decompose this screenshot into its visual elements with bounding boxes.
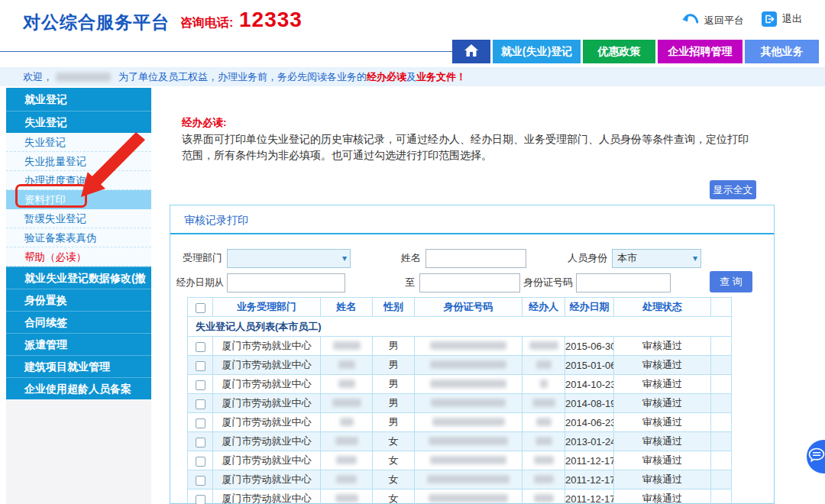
gender-cell: 女: [373, 470, 415, 489]
unemployment-register-table: 失业登记人员列表(本市员工) 业务受理部门姓名性别身份证号码经办人经办日期处理状…: [187, 297, 732, 504]
query-button[interactable]: 查 询: [710, 271, 752, 292]
masked-value: [529, 341, 558, 350]
dept-cell: 厦门市劳动就业中心: [213, 470, 321, 489]
sidebar-item-10[interactable]: 身份置换: [6, 289, 151, 311]
column-header-5: 经办日期: [565, 298, 614, 317]
show-full-text-button[interactable]: 显示全文: [710, 180, 756, 199]
name-label: 姓名: [393, 251, 421, 265]
dept-cell: 厦门市劳动就业中心: [213, 356, 321, 375]
date-cell: 2013-01-24: [565, 432, 614, 451]
id-cell: [415, 470, 522, 489]
back-to-platform-button[interactable]: 返回平台: [682, 13, 744, 27]
masked-value: [429, 494, 508, 502]
spacer-cell: [711, 356, 732, 375]
sidebar-item-11[interactable]: 合同续签: [6, 311, 151, 333]
row-checkbox[interactable]: [196, 495, 205, 504]
sidebar-item-0[interactable]: 就业登记: [6, 88, 151, 111]
nav-tab-0[interactable]: 就业(失业)登记: [493, 40, 581, 63]
sidebar-item-13[interactable]: 建筑项目就业管理: [6, 355, 151, 377]
welcome-em2: 业务文件: [416, 70, 456, 84]
masked-value: [432, 418, 505, 426]
row-checkbox[interactable]: [196, 418, 205, 428]
masked-value: [338, 380, 355, 388]
table-row: 厦门市劳动就业中心男2014-06-23审核通过: [188, 413, 732, 432]
row-checkbox[interactable]: [196, 361, 205, 371]
welcome-prefix: 欢迎，: [23, 70, 53, 84]
masked-value: [340, 418, 354, 426]
row-checkbox[interactable]: [196, 476, 205, 486]
spacer-cell: [711, 337, 732, 356]
name-cell: [321, 451, 373, 470]
row-checkbox[interactable]: [196, 342, 205, 352]
name-cell: [321, 337, 373, 356]
date-cell: 2011-12-17: [565, 489, 614, 504]
operator-cell: [522, 489, 565, 504]
table-title: 失业登记人员列表(本市员工): [188, 317, 732, 337]
nav-tab-3[interactable]: 其他业务: [745, 40, 819, 63]
column-header-0: 业务受理部门: [213, 298, 321, 317]
dept-cell: 厦门市劳动就业中心: [213, 489, 321, 504]
nav-tab-1[interactable]: 优惠政策: [583, 40, 655, 63]
logout-icon: [762, 11, 777, 27]
masked-value: [335, 494, 358, 502]
sidebar-item-14[interactable]: 企业使用超龄人员备案: [6, 377, 151, 399]
table-row: 厦门市劳动就业中心男2015-01-06审核通过: [188, 356, 732, 375]
masked-value: [534, 494, 554, 502]
home-tab[interactable]: [452, 40, 490, 63]
masked-value: [534, 456, 554, 464]
date-cell: 2011-12-17: [565, 451, 614, 470]
name-cell: [321, 375, 373, 394]
chat-support-button[interactable]: [807, 440, 825, 473]
sidebar-item-3[interactable]: 失业批量登记: [6, 152, 151, 171]
id-cell: [415, 432, 522, 451]
page: 对公综合服务平台 咨询电话: 12333 返回平台 退出: [0, 0, 825, 504]
table-row: 厦门市劳动就业中心男2014-10-23审核通过: [188, 375, 732, 394]
nav-tab-2[interactable]: 企业招聘管理: [658, 40, 742, 63]
dept-select[interactable]: ▾: [227, 249, 351, 268]
row-checkbox[interactable]: [196, 438, 205, 447]
id-cell: [415, 337, 522, 356]
sidebar-item-2[interactable]: 失业登记: [6, 133, 151, 152]
name-cell: [321, 489, 373, 504]
sidebar-item-1[interactable]: 失业登记: [6, 111, 151, 133]
operator-cell: [522, 375, 565, 394]
masked-value: [535, 437, 552, 445]
masked-value: [336, 456, 357, 464]
masked-value: [532, 399, 555, 407]
row-checkbox[interactable]: [196, 399, 205, 409]
name-input[interactable]: [425, 249, 526, 268]
operator-cell: [522, 451, 565, 470]
date-to-input[interactable]: [419, 273, 520, 292]
row-checkbox[interactable]: [196, 457, 205, 467]
identity-label: 人员身份: [558, 251, 607, 265]
dept-cell: 厦门市劳动就业中心: [213, 451, 321, 470]
masked-value: [540, 380, 548, 388]
undo-arrow-icon: [682, 13, 699, 27]
status-cell: 审核通过: [614, 394, 711, 413]
sidebar-item-4[interactable]: 办理进度查询: [6, 171, 151, 190]
operator-cell: [522, 356, 565, 375]
sidebar-item-9[interactable]: 就业失业登记数据修改(撤销): [6, 267, 151, 289]
id-number-input[interactable]: [576, 273, 671, 292]
sidebar-item-7[interactable]: 验证备案表真伪: [6, 228, 151, 247]
sidebar-item-6[interactable]: 暂缓失业登记: [6, 209, 151, 228]
column-header-spacer: [711, 298, 732, 317]
logout-button[interactable]: 退出: [762, 11, 802, 27]
masked-value: [431, 399, 506, 407]
identity-select[interactable]: 本市 ▾: [612, 249, 701, 268]
masked-value: [333, 341, 361, 350]
dept-cell: 厦门市劳动就业中心: [213, 413, 321, 432]
sidebar-item-8[interactable]: 帮助（必读）: [6, 247, 151, 267]
page-title: 对公综合服务平台: [23, 11, 170, 34]
date-cell: 2014-06-23: [565, 413, 614, 432]
date-to-label: 至: [387, 276, 415, 289]
date-from-input[interactable]: [227, 273, 345, 292]
filter-row-1: 受理部门 ▾ 姓名 人员身份 本市 ▾: [170, 248, 774, 268]
select-all-checkbox[interactable]: [196, 303, 205, 313]
masked-value: [338, 360, 355, 369]
sidebar-item-12[interactable]: 派遣管理: [6, 333, 151, 355]
sidebar-item-5[interactable]: 资料打印: [6, 190, 151, 209]
row-checkbox[interactable]: [196, 380, 205, 390]
gender-cell: 男: [373, 375, 415, 394]
table-header-row: 业务受理部门姓名性别身份证号码经办人经办日期处理状态: [188, 298, 732, 317]
